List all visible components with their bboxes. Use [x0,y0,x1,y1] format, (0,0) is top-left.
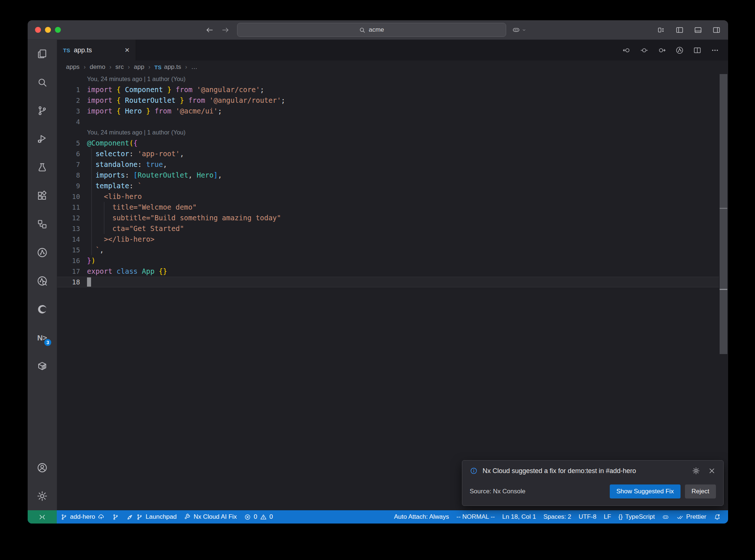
notification-settings-gear-icon[interactable] [692,467,700,475]
scrollbar-thumb[interactable] [720,74,727,354]
error-icon [244,514,251,521]
status-formatter[interactable]: Prettier [673,510,710,524]
activity-nx-graph[interactable] [28,238,57,267]
notification-close-icon[interactable] [708,467,716,475]
code-line-2[interactable]: 2import { RouterOutlet } from '@angular/… [57,95,719,106]
code-line-3[interactable]: 3import { Hero } from '@acme/ui'; [57,106,719,116]
breadcrumb-item-demo[interactable]: demo [90,63,105,71]
line-number [57,74,80,84]
code-line-1[interactable]: 1import { Component } from '@angular/cor… [57,84,719,95]
customize-layout-button[interactable] [657,26,665,34]
status-git-branch[interactable]: add-hero [57,510,108,524]
status-indentation[interactable]: Spaces: 2 [540,510,575,524]
reject-button[interactable]: Reject [685,484,716,498]
command-center-search[interactable]: acme [237,23,506,37]
status-problems[interactable]: 00 [240,510,276,524]
nav-current-button[interactable] [640,46,648,55]
code-line-17[interactable]: 17export class App {} [57,266,719,277]
notification-source: Source: Nx Console [470,488,610,495]
status-text: -- NORMAL -- [456,513,495,521]
code-line-11[interactable]: 11 title="Welcmoe demo" [57,202,719,213]
activity-extensions[interactable] [28,182,57,210]
status-text: TypeScript [625,513,655,521]
code-line-16[interactable]: 16}) [57,255,719,266]
activity-explorer[interactable] [28,40,57,68]
title-bar: acme [28,20,728,40]
activity-containers[interactable] [28,352,57,380]
blame-annotation[interactable]: You, 24 minutes ago | 1 author (You) [57,74,719,84]
status-auto-attach[interactable]: Auto Attach: Always [390,510,453,524]
tab-app-ts[interactable]: TS app.ts ✕ [57,40,136,60]
activity-project-structure[interactable] [28,210,57,238]
status-notifications-bell[interactable] [710,510,724,524]
status-encoding[interactable]: UTF-8 [575,510,600,524]
breadcrumb-item-[interactable]: … [191,63,198,71]
toggle-panel-button[interactable] [694,26,702,34]
status-text: Prettier [686,513,706,521]
code-editor[interactable]: You, 24 minutes ago | 1 author (You)1imp… [57,74,728,510]
code-line-7[interactable]: 7 standalone: true, [57,159,719,170]
code-line-4[interactable]: 4 [57,116,719,127]
status-language-mode[interactable]: {}TypeScript [615,510,659,524]
status-vim-mode[interactable]: -- NORMAL -- [453,510,498,524]
activity-search[interactable] [28,68,57,97]
history-back-button[interactable] [205,26,214,34]
panel-right-icon [712,26,721,34]
code-line-14[interactable]: 14 ></lib-hero> [57,234,719,245]
code-line-12[interactable]: 12 subtitle="Build something amazing tod… [57,213,719,223]
editor-scrollbar[interactable] [719,74,728,510]
code-line-10[interactable]: 10 <lib-hero [57,191,719,202]
status-cursor-position[interactable]: Ln 18, Col 1 [498,510,540,524]
breadcrumb-item-apps[interactable]: apps [66,63,80,71]
code-line-15[interactable]: 15 `, [57,245,719,255]
extensions-icon [36,190,48,202]
code-line-9[interactable]: 9 template: ` [57,181,719,191]
breadcrumb-label: apps [66,63,80,71]
close-tab-icon[interactable]: ✕ [125,46,130,54]
status-launchpad[interactable]: Launchpad [123,510,180,524]
status-remote-window[interactable] [28,510,57,524]
toggle-primary-sidebar-button[interactable] [675,26,684,34]
chevron-down-icon [521,27,527,33]
zoom-window-button[interactable] [55,27,61,33]
breadcrumb-item-app[interactable]: app [134,63,144,71]
code-line-13[interactable]: 13 cta="Get Started" [57,223,719,234]
blame-annotation[interactable]: You, 24 minutes ago | 1 author (You) [57,127,719,138]
status-eol[interactable]: LF [600,510,615,524]
more-actions-button[interactable] [711,46,719,55]
show-suggested-fix-button[interactable]: Show Suggested Fix [610,484,681,498]
close-window-button[interactable] [35,27,41,33]
code-line-8[interactable]: 8 imports: [RouterOutlet, Hero], [57,170,719,181]
copilot-menu-button[interactable] [512,26,527,34]
code-line-18[interactable]: 18 [57,277,719,287]
activity-nx-project-details[interactable] [28,267,57,295]
nav-back-button[interactable] [622,46,631,55]
history-forward-button[interactable] [221,26,230,34]
breadcrumb-separator: › [128,64,130,70]
activity-edge-tools[interactable] [28,295,57,323]
activity-testing[interactable] [28,153,57,182]
gear-icon [36,490,48,502]
code-line-6[interactable]: 6 selector: 'app-root', [57,148,719,159]
vscode-window: acme 3 TS app.ts ✕ apps›demo›src›app›TSa… [28,20,728,524]
status-copilot-status[interactable] [658,510,673,524]
status-source-control-graph[interactable] [108,510,123,524]
breadcrumb-item-src[interactable]: src [115,63,124,71]
minimize-window-button[interactable] [45,27,51,33]
status-nx-cloud-ai-fix[interactable]: Nx Cloud AI Fix [180,510,240,524]
nx-graph-button[interactable] [675,46,684,55]
activity-run-debug[interactable] [28,125,57,153]
editor-cursor [87,277,91,287]
activity-accounts[interactable] [28,454,57,482]
activity-nx-console[interactable]: 3 [28,323,57,352]
arrow-right-icon [221,26,230,34]
split-editor-button[interactable] [693,46,702,55]
breadcrumb-item-appts[interactable]: TSapp.ts [154,63,181,71]
activity-settings[interactable] [28,482,57,510]
code-line-5[interactable]: 5@Component({ [57,138,719,148]
toggle-secondary-sidebar-button[interactable] [712,26,721,34]
nav-forward-button[interactable] [658,46,666,55]
line-content: import { Hero } from '@acme/ui'; [80,106,222,116]
line-content: `, [80,245,104,255]
activity-source-control[interactable] [28,97,57,125]
